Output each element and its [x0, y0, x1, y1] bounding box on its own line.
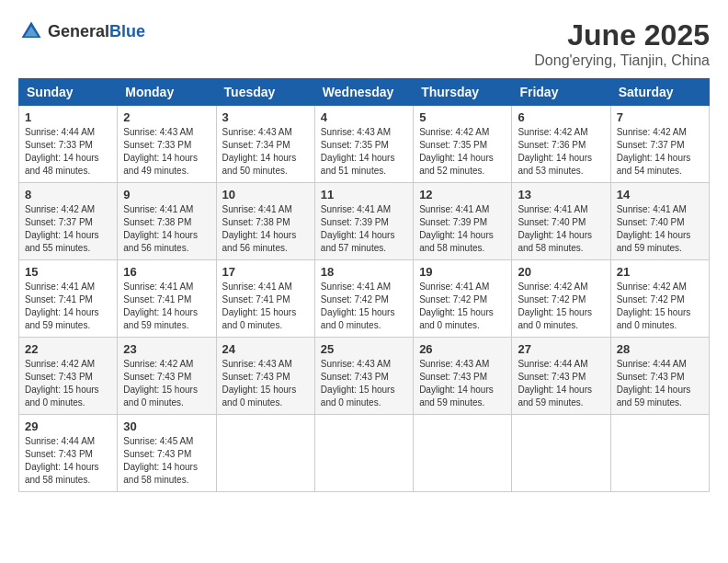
calendar-cell: 25Sunrise: 4:43 AMSunset: 7:43 PMDayligh… — [314, 338, 413, 415]
header-sunday: Sunday — [19, 79, 118, 106]
day-number: 19 — [419, 265, 506, 279]
header: GeneralBlue June 2025 Dong'erying, Tianj… — [18, 18, 710, 69]
day-info: Sunrise: 4:43 AMSunset: 7:43 PMDaylight:… — [321, 359, 395, 408]
calendar-cell: 7Sunrise: 4:42 AMSunset: 7:37 PMDaylight… — [610, 106, 709, 183]
logo-text: GeneralBlue — [48, 22, 145, 41]
calendar-cell: 14Sunrise: 4:41 AMSunset: 7:40 PMDayligh… — [610, 183, 709, 260]
calendar-cell: 8Sunrise: 4:42 AMSunset: 7:37 PMDaylight… — [19, 183, 118, 260]
calendar-cell: 21Sunrise: 4:42 AMSunset: 7:42 PMDayligh… — [610, 260, 709, 338]
calendar-cell: 16Sunrise: 4:41 AMSunset: 7:41 PMDayligh… — [118, 260, 216, 338]
day-info: Sunrise: 4:44 AMSunset: 7:43 PMDaylight:… — [617, 359, 691, 408]
calendar-cell — [216, 415, 314, 492]
day-info: Sunrise: 4:43 AMSunset: 7:34 PMDaylight:… — [222, 127, 297, 176]
calendar-cell: 13Sunrise: 4:41 AMSunset: 7:40 PMDayligh… — [512, 183, 610, 260]
calendar-cell: 15Sunrise: 4:41 AMSunset: 7:41 PMDayligh… — [19, 260, 118, 338]
day-number: 21 — [617, 265, 703, 279]
logo-icon — [18, 18, 44, 44]
day-info: Sunrise: 4:41 AMSunset: 7:38 PMDaylight:… — [222, 204, 297, 253]
calendar-cell: 26Sunrise: 4:43 AMSunset: 7:43 PMDayligh… — [414, 338, 512, 415]
header-monday: Monday — [118, 79, 216, 106]
calendar-cell: 3Sunrise: 4:43 AMSunset: 7:34 PMDaylight… — [216, 106, 314, 183]
calendar-cell: 20Sunrise: 4:42 AMSunset: 7:42 PMDayligh… — [512, 260, 610, 338]
day-number: 22 — [25, 342, 111, 356]
calendar: SundayMondayTuesdayWednesdayThursdayFrid… — [18, 78, 710, 492]
calendar-cell — [512, 415, 610, 492]
day-number: 17 — [222, 265, 309, 279]
day-number: 13 — [518, 188, 604, 201]
calendar-week-1: 1Sunrise: 4:44 AMSunset: 7:33 PMDaylight… — [19, 106, 710, 183]
calendar-cell: 29Sunrise: 4:44 AMSunset: 7:43 PMDayligh… — [19, 415, 118, 492]
day-info: Sunrise: 4:41 AMSunset: 7:42 PMDaylight:… — [321, 282, 395, 330]
calendar-cell: 22Sunrise: 4:42 AMSunset: 7:43 PMDayligh… — [19, 338, 118, 415]
location-title: Dong'erying, Tianjin, China — [534, 52, 710, 69]
calendar-cell: 24Sunrise: 4:43 AMSunset: 7:43 PMDayligh… — [216, 338, 314, 415]
day-number: 23 — [123, 342, 210, 356]
header-saturday: Saturday — [610, 79, 709, 106]
calendar-cell: 2Sunrise: 4:43 AMSunset: 7:33 PMDaylight… — [118, 106, 216, 183]
logo: GeneralBlue — [18, 18, 145, 44]
calendar-cell — [314, 415, 413, 492]
day-number: 2 — [123, 110, 210, 124]
day-number: 9 — [123, 188, 210, 201]
logo-blue: Blue — [109, 22, 145, 40]
day-info: Sunrise: 4:41 AMSunset: 7:42 PMDaylight:… — [419, 282, 494, 330]
day-info: Sunrise: 4:42 AMSunset: 7:42 PMDaylight:… — [518, 282, 592, 330]
calendar-cell: 19Sunrise: 4:41 AMSunset: 7:42 PMDayligh… — [414, 260, 512, 338]
day-number: 30 — [123, 419, 210, 433]
calendar-cell: 5Sunrise: 4:42 AMSunset: 7:35 PMDaylight… — [414, 106, 512, 183]
month-title: June 2025 — [534, 18, 710, 52]
day-info: Sunrise: 4:41 AMSunset: 7:40 PMDaylight:… — [617, 204, 691, 253]
day-info: Sunrise: 4:42 AMSunset: 7:36 PMDaylight:… — [518, 127, 592, 176]
day-number: 15 — [25, 265, 111, 279]
day-info: Sunrise: 4:43 AMSunset: 7:43 PMDaylight:… — [419, 359, 494, 408]
day-info: Sunrise: 4:42 AMSunset: 7:43 PMDaylight:… — [25, 359, 99, 408]
header-friday: Friday — [512, 79, 610, 106]
day-number: 20 — [518, 265, 604, 279]
day-number: 7 — [617, 110, 703, 124]
day-info: Sunrise: 4:45 AMSunset: 7:43 PMDaylight:… — [123, 436, 198, 485]
calendar-cell: 18Sunrise: 4:41 AMSunset: 7:42 PMDayligh… — [314, 260, 413, 338]
day-info: Sunrise: 4:43 AMSunset: 7:33 PMDaylight:… — [123, 127, 198, 176]
day-number: 25 — [321, 342, 407, 356]
calendar-cell — [610, 415, 709, 492]
day-number: 4 — [321, 110, 407, 124]
calendar-week-2: 8Sunrise: 4:42 AMSunset: 7:37 PMDaylight… — [19, 183, 710, 260]
calendar-cell: 12Sunrise: 4:41 AMSunset: 7:39 PMDayligh… — [414, 183, 512, 260]
day-info: Sunrise: 4:41 AMSunset: 7:39 PMDaylight:… — [321, 204, 395, 253]
day-info: Sunrise: 4:43 AMSunset: 7:35 PMDaylight:… — [321, 127, 395, 176]
day-info: Sunrise: 4:42 AMSunset: 7:43 PMDaylight:… — [123, 359, 198, 408]
calendar-cell: 9Sunrise: 4:41 AMSunset: 7:38 PMDaylight… — [118, 183, 216, 260]
day-number: 28 — [617, 342, 703, 356]
calendar-week-3: 15Sunrise: 4:41 AMSunset: 7:41 PMDayligh… — [19, 260, 710, 338]
day-number: 18 — [321, 265, 407, 279]
day-number: 29 — [25, 419, 111, 433]
calendar-week-4: 22Sunrise: 4:42 AMSunset: 7:43 PMDayligh… — [19, 338, 710, 415]
title-area: June 2025 Dong'erying, Tianjin, China — [534, 18, 710, 69]
day-info: Sunrise: 4:44 AMSunset: 7:43 PMDaylight:… — [25, 436, 99, 485]
calendar-cell: 6Sunrise: 4:42 AMSunset: 7:36 PMDaylight… — [512, 106, 610, 183]
day-number: 6 — [518, 110, 604, 124]
day-number: 10 — [222, 188, 309, 201]
day-number: 12 — [419, 188, 506, 201]
day-number: 11 — [321, 188, 407, 201]
day-info: Sunrise: 4:43 AMSunset: 7:43 PMDaylight:… — [222, 359, 297, 408]
day-info: Sunrise: 4:41 AMSunset: 7:41 PMDaylight:… — [25, 282, 99, 330]
day-info: Sunrise: 4:41 AMSunset: 7:39 PMDaylight:… — [419, 204, 494, 253]
calendar-cell: 27Sunrise: 4:44 AMSunset: 7:43 PMDayligh… — [512, 338, 610, 415]
header-thursday: Thursday — [414, 79, 512, 106]
day-info: Sunrise: 4:44 AMSunset: 7:33 PMDaylight:… — [25, 127, 99, 176]
day-number: 16 — [123, 265, 210, 279]
day-info: Sunrise: 4:42 AMSunset: 7:42 PMDaylight:… — [617, 282, 691, 330]
day-info: Sunrise: 4:42 AMSunset: 7:37 PMDaylight:… — [25, 204, 99, 253]
day-info: Sunrise: 4:42 AMSunset: 7:37 PMDaylight:… — [617, 127, 691, 176]
calendar-cell: 30Sunrise: 4:45 AMSunset: 7:43 PMDayligh… — [118, 415, 216, 492]
day-number: 3 — [222, 110, 309, 124]
day-header-row: SundayMondayTuesdayWednesdayThursdayFrid… — [19, 79, 710, 106]
calendar-cell: 10Sunrise: 4:41 AMSunset: 7:38 PMDayligh… — [216, 183, 314, 260]
day-number: 5 — [419, 110, 506, 124]
day-info: Sunrise: 4:41 AMSunset: 7:41 PMDaylight:… — [123, 282, 198, 330]
calendar-week-5: 29Sunrise: 4:44 AMSunset: 7:43 PMDayligh… — [19, 415, 710, 492]
header-wednesday: Wednesday — [314, 79, 413, 106]
calendar-cell: 4Sunrise: 4:43 AMSunset: 7:35 PMDaylight… — [314, 106, 413, 183]
calendar-cell: 28Sunrise: 4:44 AMSunset: 7:43 PMDayligh… — [610, 338, 709, 415]
